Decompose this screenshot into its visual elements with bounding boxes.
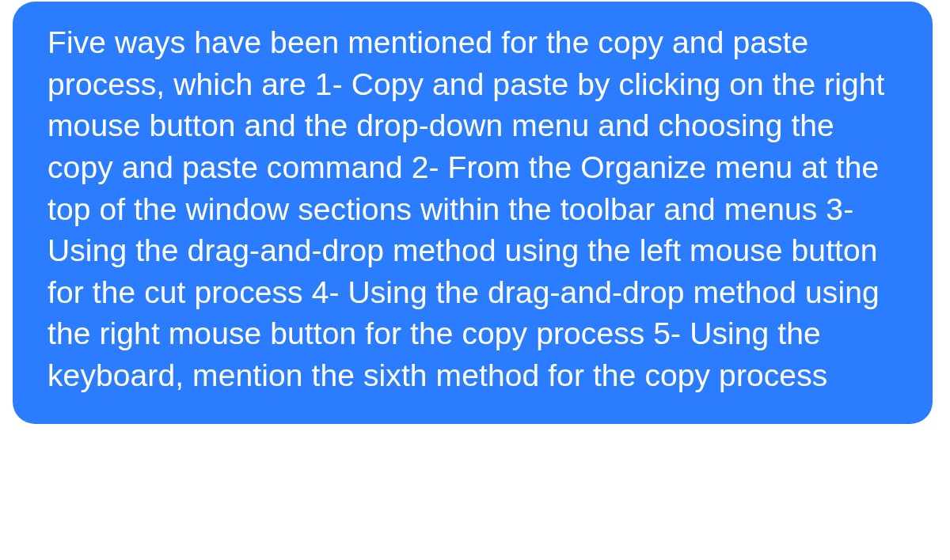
chat-message-bubble[interactable]: Five ways have been mentioned for the co…	[13, 2, 933, 424]
message-text: Five ways have been mentioned for the co…	[48, 25, 884, 392]
